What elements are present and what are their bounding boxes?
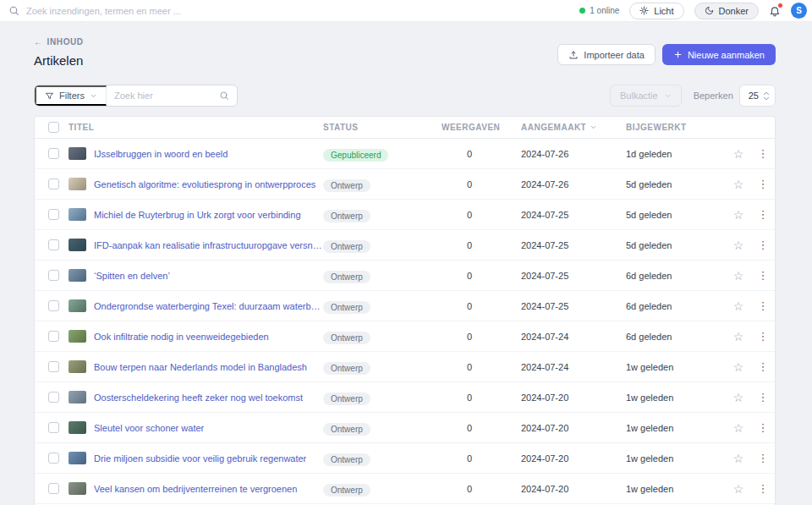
limit-stepper[interactable]: 25 (739, 85, 776, 107)
row-title-link[interactable]: IJsselbruggen in woord en beeld (94, 149, 228, 159)
row-title-link[interactable]: Veel kansen om bedrijventerreinen te ver… (94, 484, 297, 494)
column-header-bijgewerkt[interactable]: BIJGEWERKT (626, 123, 726, 132)
kebab-menu-icon[interactable]: ⋮ (751, 392, 775, 403)
row-checkbox[interactable] (48, 239, 59, 250)
row-checkbox[interactable] (48, 483, 59, 494)
row-title-link[interactable]: Ondergrondse waterberging Texel: duurzaa… (94, 301, 323, 311)
kebab-menu-icon[interactable]: ⋮ (751, 361, 775, 372)
star-icon[interactable]: ☆ (726, 453, 751, 464)
avatar[interactable]: S (791, 3, 807, 19)
row-title-link[interactable]: IFD-aanpak kan realisatie infrastructuur… (94, 240, 323, 250)
updated-value: 1w geleden (626, 392, 726, 403)
table-row[interactable]: IFD-aanpak kan realisatie infrastructuur… (35, 230, 775, 261)
theme-light-button[interactable]: Licht (629, 3, 683, 19)
row-checkbox[interactable] (48, 392, 59, 403)
row-checkbox[interactable] (48, 148, 59, 159)
row-checkbox[interactable] (48, 270, 59, 281)
row-checkbox[interactable] (48, 331, 59, 342)
table-row[interactable]: Genetisch algoritme: evolutiesprong in o… (35, 169, 775, 200)
views-value: 0 (442, 453, 521, 464)
column-header-titel[interactable]: TITEL (69, 123, 323, 132)
column-header-weergaven[interactable]: WEERGAVEN (442, 123, 521, 132)
row-checkbox[interactable] (48, 422, 59, 433)
updated-value: 5d geleden (626, 179, 726, 189)
upload-icon (568, 50, 579, 60)
status-badge: Ontwerp (323, 362, 370, 375)
star-icon[interactable]: ☆ (726, 239, 751, 251)
select-all-checkbox[interactable] (48, 122, 59, 133)
filters-button[interactable]: Filters (35, 85, 107, 106)
kebab-menu-icon[interactable]: ⋮ (751, 178, 775, 189)
table-header-row: TITEL STATUS WEERGAVEN AANGEMAAKT BIJGEW… (35, 117, 775, 139)
row-thumbnail (69, 269, 86, 282)
table-row[interactable]: Drie miljoen subsidie voor veilig gebrui… (35, 443, 775, 474)
star-icon[interactable]: ☆ (726, 422, 751, 434)
row-thumbnail (69, 421, 86, 434)
row-checkbox[interactable] (48, 209, 59, 220)
star-icon[interactable]: ☆ (726, 209, 751, 221)
row-title-link[interactable]: Sleutel voor schoner water (94, 423, 204, 433)
breadcrumb[interactable]: ← INHOUD (34, 37, 84, 47)
kebab-menu-icon[interactable]: ⋮ (751, 422, 775, 433)
star-icon[interactable]: ☆ (726, 483, 751, 495)
stepper-arrows-icon[interactable] (763, 91, 770, 101)
table-row[interactable]: Ondergrondse waterberging Texel: duurzaa… (35, 291, 775, 321)
star-icon[interactable]: ☆ (726, 392, 751, 403)
search-icon (219, 91, 229, 101)
star-icon[interactable]: ☆ (726, 178, 751, 190)
kebab-menu-icon[interactable]: ⋮ (751, 209, 775, 220)
import-data-label: Importeer data (584, 50, 645, 60)
table-row[interactable]: Ook infiltratie nodig in veenweidegebied… (35, 321, 775, 352)
global-search-input[interactable] (26, 6, 297, 16)
row-checkbox[interactable] (48, 300, 59, 311)
row-checkbox[interactable] (48, 453, 59, 464)
table-row[interactable]: Oosterscheldekering heeft zeker nog wel … (35, 382, 775, 413)
import-data-button[interactable]: Importeer data (557, 44, 656, 65)
kebab-menu-icon[interactable]: ⋮ (751, 453, 775, 464)
row-title-link[interactable]: Genetisch algoritme: evolutiesprong in o… (94, 179, 315, 189)
created-value: 2024-07-25 (521, 301, 626, 311)
list-toolbar: Filters Bulkactie Beperken (34, 85, 776, 107)
online-status: 1 online (579, 6, 619, 15)
row-thumbnail (69, 391, 86, 403)
column-header-aangemaakt[interactable]: AANGEMAAKT (521, 123, 626, 132)
row-checkbox[interactable] (48, 178, 59, 189)
table-row[interactable]: IJsselbruggen in woord en beeld Gepublic… (35, 139, 775, 169)
status-badge: Ontwerp (323, 423, 370, 436)
row-checkbox[interactable] (48, 361, 59, 372)
column-header-status[interactable]: STATUS (323, 123, 442, 132)
kebab-menu-icon[interactable]: ⋮ (751, 331, 775, 342)
kebab-menu-icon[interactable]: ⋮ (751, 148, 775, 159)
created-value: 2024-07-20 (521, 453, 626, 464)
status-badge: Ontwerp (323, 240, 370, 253)
kebab-menu-icon[interactable]: ⋮ (751, 270, 775, 281)
star-icon[interactable]: ☆ (726, 270, 751, 282)
kebab-menu-icon[interactable]: ⋮ (751, 300, 775, 311)
table-row[interactable]: Michiel de Ruyterbrug in Urk zorgt voor … (35, 200, 775, 230)
table-row[interactable]: Veel kansen om bedrijventerreinen te ver… (35, 474, 775, 504)
views-value: 0 (442, 301, 521, 311)
row-title-link[interactable]: Michiel de Ruyterbrug in Urk zorgt voor … (94, 210, 301, 220)
star-icon[interactable]: ☆ (726, 361, 751, 373)
kebab-menu-icon[interactable]: ⋮ (751, 483, 775, 494)
theme-dark-button[interactable]: Donker (694, 3, 759, 19)
row-title-link[interactable]: Bouw terpen naar Nederlands model in Ban… (94, 362, 307, 372)
create-new-button[interactable]: Nieuwe aanmaken (662, 44, 776, 65)
table-row[interactable]: Sleutel voor schoner water Ontwerp 0 202… (35, 413, 775, 443)
star-icon[interactable]: ☆ (726, 148, 751, 160)
star-icon[interactable]: ☆ (726, 300, 751, 312)
row-title-link[interactable]: ‘Spitten en delven’ (94, 271, 170, 281)
row-title-link[interactable]: Oosterscheldekering heeft zeker nog wel … (94, 392, 303, 403)
notifications-bell-icon[interactable] (769, 5, 781, 17)
row-thumbnail (69, 178, 86, 190)
created-value: 2024-07-26 (521, 179, 626, 189)
table-row[interactable]: ‘Spitten en delven’ Ontwerp 0 2024-07-25… (35, 261, 775, 291)
filters-label: Filters (59, 91, 85, 101)
kebab-menu-icon[interactable]: ⋮ (751, 239, 775, 250)
bulk-action-dropdown[interactable]: Bulkactie (610, 85, 682, 107)
row-title-link[interactable]: Ook infiltratie nodig in veenweidegebied… (94, 332, 269, 342)
row-title-link[interactable]: Drie miljoen subsidie voor veilig gebrui… (94, 453, 306, 464)
star-icon[interactable]: ☆ (726, 331, 751, 343)
list-search-input[interactable] (114, 91, 214, 101)
table-row[interactable]: Bouw terpen naar Nederlands model in Ban… (35, 352, 775, 382)
